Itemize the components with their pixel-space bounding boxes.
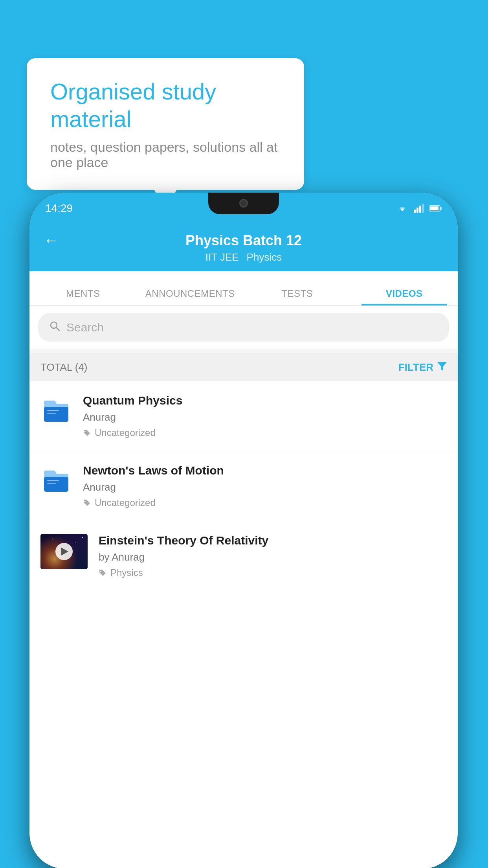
tag-icon [99,569,106,577]
header-subtitle: IIT JEE Physics [205,251,282,263]
svg-rect-17 [47,483,56,484]
app-header: ← Physics Batch 12 IIT JEE Physics [29,224,458,271]
header-title: Physics Batch 12 [185,232,302,249]
play-icon [61,548,68,555]
video-info: Einstein's Theory Of Relativity by Anura… [99,534,447,578]
phone-screen: 14:29 [29,193,458,868]
video-author: Anurag [83,481,447,493]
svg-line-8 [56,327,59,331]
svg-rect-13 [47,413,56,414]
folder-icon-wrapper [40,394,72,425]
front-camera [239,199,248,208]
video-list: Quantum Physics Anurag Uncategorized [29,381,458,868]
tag-text: Uncategorized [95,497,156,508]
video-title: Quantum Physics [83,394,447,407]
svg-rect-2 [419,206,421,213]
svg-rect-15 [44,477,68,492]
filter-bar: TOTAL (4) FILTER [29,353,458,381]
header-top: ← Physics Batch 12 [29,232,458,249]
list-item[interactable]: Quantum Physics Anurag Uncategorized [29,381,458,451]
tab-ments[interactable]: MENTS [29,288,137,305]
total-count: TOTAL (4) [40,361,87,373]
back-button[interactable]: ← [44,232,59,249]
phone-frame: 14:29 [29,193,458,868]
filter-label: FILTER [398,361,433,373]
wifi-icon [396,204,408,213]
tab-tests[interactable]: TESTS [244,288,351,305]
notch [208,193,279,214]
list-item[interactable]: Einstein's Theory Of Relativity by Anura… [29,521,458,591]
filter-button[interactable]: FILTER [398,361,447,373]
tag-icon [83,429,91,437]
svg-rect-12 [47,410,59,411]
search-icon [49,320,60,335]
play-button[interactable] [55,543,73,560]
filter-icon [437,361,447,373]
video-tag: Physics [99,567,447,578]
tab-announcements[interactable]: ANNOUNCEMENTS [137,288,244,305]
svg-rect-1 [416,208,418,213]
time-display: 14:29 [45,202,73,215]
svg-rect-11 [44,407,68,422]
video-author: by Anurag [99,551,447,563]
video-tag: Uncategorized [83,427,447,438]
tab-bar: MENTS ANNOUNCEMENTS TESTS VIDEOS [29,271,458,306]
tag-text: Physics [110,567,143,578]
folder-icon [42,396,70,423]
search-placeholder: Search [66,321,104,334]
tag-text: Uncategorized [95,427,156,438]
folder-icon [42,466,70,493]
search-bar[interactable]: Search [38,313,449,342]
video-author: Anurag [83,411,447,423]
video-info: Newton's Laws of Motion Anurag Uncategor… [83,464,447,508]
video-title: Newton's Laws of Motion [83,464,447,477]
signal-icon [414,204,424,213]
status-icons [396,204,442,213]
bubble-title: Organised study material [50,78,281,132]
folder-icon-wrapper [40,464,72,495]
bubble-subtitle: notes, question papers, solutions all at… [50,140,281,170]
svg-rect-5 [440,207,442,210]
svg-rect-3 [422,204,424,213]
subtitle-physics: Physics [247,251,282,263]
speech-bubble: Organised study material notes, question… [27,58,304,190]
battery-icon [429,205,442,212]
video-title: Einstein's Theory Of Relativity [99,534,447,547]
tab-videos[interactable]: VIDEOS [351,288,458,305]
video-thumbnail [40,534,88,569]
video-info: Quantum Physics Anurag Uncategorized [83,394,447,438]
tag-icon [83,499,91,507]
video-tag: Uncategorized [83,497,447,508]
search-bar-container: Search [29,306,458,349]
svg-rect-0 [414,210,416,213]
subtitle-iitjee: IIT JEE [205,251,239,263]
svg-rect-16 [47,480,59,481]
svg-rect-6 [430,206,438,210]
list-item[interactable]: Newton's Laws of Motion Anurag Uncategor… [29,451,458,521]
